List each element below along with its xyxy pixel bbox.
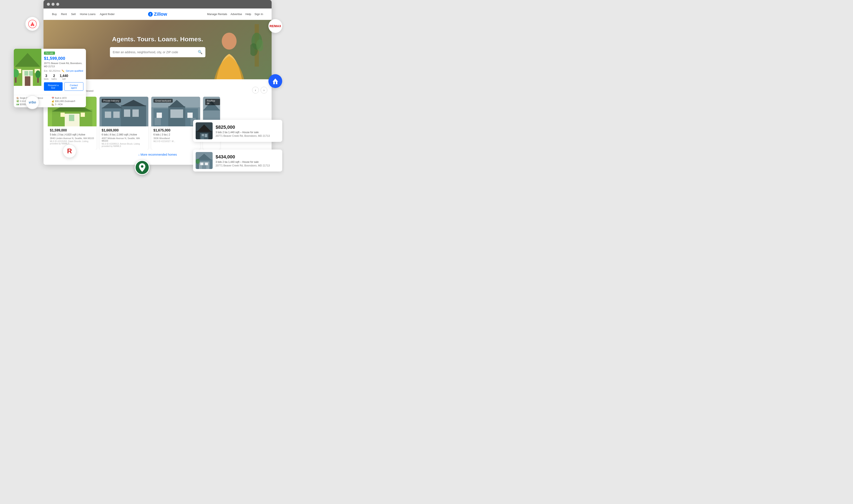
realtor-app-badge[interactable]: R	[63, 144, 76, 158]
property-address: 20771 Beaver Creek Rd, Boonsboro, MD 217…	[44, 62, 83, 68]
svg-rect-30	[157, 113, 162, 118]
property-stats: 3 beds 2 baths 1,440 sqft	[44, 74, 83, 80]
nav-agent-finder[interactable]: Agent finder	[100, 13, 115, 16]
nav-advertise[interactable]: Advertise	[231, 13, 242, 16]
vrbo-app-badge[interactable]: vrbo	[25, 95, 39, 109]
svg-rect-51	[273, 82, 275, 84]
svg-point-68	[196, 159, 200, 164]
meta-built-label: Built in 1972	[55, 97, 67, 99]
svg-point-69	[141, 165, 143, 168]
remax-logo: RE/MAX	[269, 24, 281, 28]
carousel-prev-button[interactable]: ‹	[252, 87, 259, 93]
browser-dot-minimize[interactable]	[52, 3, 54, 6]
home-card-1-mls: MLS ID #2215263. Dawn Bourdo. Listing pr…	[50, 140, 94, 145]
home-card-1-details: 5 bds | 3 ba | 4,820 sqft | Active	[50, 133, 94, 136]
request-tour-button[interactable]: Request a tour	[44, 82, 63, 91]
svg-rect-21	[124, 109, 130, 117]
nav-rent[interactable]: Rent	[61, 13, 67, 16]
home-card-2-details: 6 bds | 6 ba | 2,980 sqft | Active	[102, 133, 146, 136]
nav-sign-in[interactable]: Sign In	[255, 13, 263, 16]
land-icon: 🌿	[16, 100, 19, 103]
price-sqft-icon: 💵	[16, 103, 19, 106]
zestimate-icon: 💰	[52, 100, 54, 103]
nav-right: Manage Rentals Advertise Help Sign In	[207, 13, 263, 16]
nav-home-loans[interactable]: Home Loans	[80, 13, 96, 16]
svg-rect-66	[202, 165, 206, 169]
property-card-header: For sale $1,599,000 20771 Beaver Creek R…	[14, 49, 86, 95]
property-meta: 🏠 Single Family Residence 📅 Built in 197…	[14, 95, 86, 107]
svg-rect-22	[133, 109, 139, 117]
popup-card-2-image	[196, 152, 213, 169]
meta-hoa: 🏡 3 - HOA	[52, 103, 83, 106]
svg-rect-13	[81, 113, 85, 117]
svg-rect-48	[37, 77, 39, 83]
zillow-logo-icon: Z	[148, 12, 153, 17]
home-card-2-mls: MLS ID #2209013. Amnon Bruck. Listing pr…	[102, 143, 146, 147]
airbnb-app-badge[interactable]	[25, 17, 39, 31]
browser-dot-close[interactable]	[47, 3, 50, 6]
svg-text:Z: Z	[150, 13, 151, 16]
home-card-1-address: 3840 Linden Avenue N, Seattle, WA 98103	[50, 137, 94, 140]
browser-dot-maximize[interactable]	[56, 3, 59, 6]
home-card-3-details: 6 bds | 3 ba | 2	[153, 133, 198, 136]
property-listing-card: For sale $1,599,000 20771 Beaver Creek R…	[14, 49, 86, 107]
nav-manage-rentals[interactable]: Manage Rentals	[207, 13, 227, 16]
carousel-navigation: ‹ ›	[252, 87, 267, 93]
home-card-2-badge: Private balcony	[102, 99, 121, 103]
stat-baths: 2 baths	[52, 74, 57, 80]
property-price: $1,599,000	[44, 56, 83, 61]
property-estimate: Est.: $2,252/mo ✏️ Get pre-qualified	[44, 70, 83, 72]
svg-rect-64	[200, 163, 203, 165]
svg-rect-32	[155, 118, 161, 125]
nav-buy[interactable]: Buy	[52, 13, 57, 16]
zillow-logo-text: Zillow	[154, 12, 167, 17]
svg-point-2	[222, 33, 237, 50]
map-pin-circle	[135, 160, 150, 175]
nav-links: Buy Rent Sell Home Loans Agent finder	[52, 13, 207, 16]
hero-search-bar[interactable]: 🔍	[110, 47, 205, 57]
zillow-logo[interactable]: Z Zillow	[148, 12, 167, 17]
svg-rect-58	[205, 134, 207, 137]
home-card-2-image: Private balcony	[100, 97, 148, 126]
nav-help[interactable]: Help	[245, 13, 251, 16]
nav-sell[interactable]: Sell	[71, 13, 76, 16]
home-card-4-badge: Rooftop de...	[205, 99, 220, 105]
svg-rect-12	[60, 113, 65, 117]
svg-rect-41	[24, 71, 28, 76]
hero-plant	[250, 24, 263, 68]
home-card-3[interactable]: Great backyard $1,675,000 6 bds | 3 ba |…	[151, 97, 200, 149]
home-card-2[interactable]: Private balcony $1,669,000 6 bds | 6 ba …	[100, 97, 148, 149]
home-card-3-mls: MLS ID #2216327. M...	[153, 140, 198, 143]
home-card-1-price: $1,599,000	[50, 128, 94, 132]
home-card-3-image: Great backyard	[151, 97, 200, 126]
home-card-1-info: $1,599,000 5 bds | 3 ba | 4,820 sqft | A…	[48, 126, 97, 147]
hero-content: Agents. Tours. Loans. Homes. 🔍	[110, 36, 205, 57]
home-card-2-price: $1,669,000	[102, 128, 146, 132]
home-card-3-badge: Great backyard	[153, 99, 173, 103]
remax-app-badge[interactable]: RE/MAX	[268, 19, 282, 33]
svg-rect-52	[276, 82, 277, 84]
popup-property-card-2[interactable]: $434,000 3 bds 2 ba 1,440 sqft – House f…	[193, 149, 282, 172]
svg-rect-65	[205, 163, 208, 165]
meta-zestimate-label: $361,800 Zestimate®	[55, 100, 75, 103]
svg-rect-29	[170, 109, 183, 118]
get-prequalified-link[interactable]: Get pre-qualified	[66, 70, 83, 72]
popup-property-card-1[interactable]: $825,000 3 bds 2 ba 1,440 sqft – House f…	[193, 120, 282, 142]
svg-rect-11	[69, 115, 74, 121]
zillow-nav: Buy Rent Sell Home Loans Agent finder Z …	[43, 8, 272, 20]
carousel-next-button[interactable]: ›	[261, 87, 267, 93]
map-pin[interactable]	[135, 160, 150, 175]
property-card-content: For sale $1,599,000 20771 Beaver Creek R…	[41, 49, 86, 95]
popup-card-2-details: 3 bds 2 ba 1,440 sqft – House for sale	[215, 161, 270, 163]
airbnb-icon	[30, 21, 35, 26]
contact-agent-button[interactable]: Contact agent	[64, 82, 83, 91]
stat-beds: 3 beds	[44, 74, 49, 80]
realtor-text: R	[67, 147, 72, 155]
zillow-app-badge[interactable]	[268, 74, 282, 88]
svg-rect-42	[29, 71, 33, 76]
stat-sqft: 1,440 sqft	[59, 74, 68, 80]
home-card-3-address: 3936 Woodland	[153, 137, 198, 140]
search-input[interactable]	[113, 51, 196, 54]
popup-card-2-address: 20771 Beaver Creek Rd, Boonsboro, MD 217…	[215, 164, 270, 167]
search-icon[interactable]: 🔍	[198, 50, 203, 54]
